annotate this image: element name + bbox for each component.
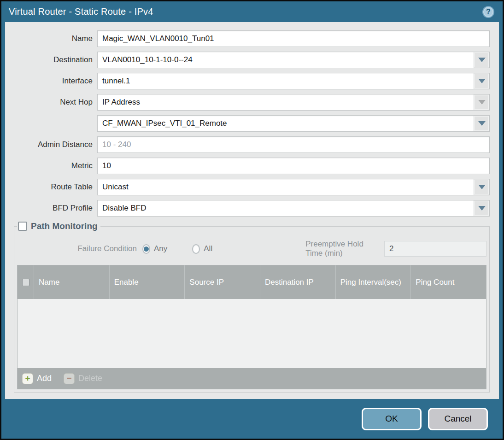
table-header-destination-ip[interactable]: Destination IP	[260, 265, 336, 299]
failure-condition-all-radio[interactable]	[192, 244, 200, 254]
path-monitoring-section: Path Monitoring Failure Condition Any Al…	[14, 221, 490, 393]
delete-button[interactable]: − Delete	[64, 373, 102, 384]
add-icon: +	[22, 373, 33, 384]
delete-button-label: Delete	[78, 374, 102, 383]
destination-field	[97, 52, 490, 68]
dialog-body: Name Destination Interface	[5, 22, 499, 399]
bfd-profile-select[interactable]	[98, 200, 474, 216]
path-monitoring-checkbox[interactable]	[18, 222, 27, 231]
route-table-dropdown-button[interactable]	[474, 179, 489, 195]
help-glyph: ?	[486, 8, 491, 16]
name-field	[97, 30, 490, 47]
next-hop-dropdown-button[interactable]	[474, 94, 489, 110]
interface-field	[97, 73, 490, 89]
table-header-name[interactable]: Name	[34, 265, 110, 299]
destination-input[interactable]	[98, 52, 474, 68]
next-hop-select[interactable]	[98, 94, 474, 110]
failure-condition-row: Failure Condition Any All Preemptive Hol…	[17, 241, 486, 257]
metric-field	[97, 158, 490, 174]
interface-dropdown-button[interactable]	[474, 73, 489, 89]
bfd-profile-label: BFD Profile	[5, 204, 97, 213]
add-button[interactable]: + Add	[22, 373, 52, 384]
bfd-profile-field	[97, 200, 490, 217]
admin-distance-field	[97, 136, 490, 153]
name-input[interactable]	[98, 31, 489, 47]
chevron-down-icon	[478, 121, 486, 126]
field-row-next-hop-address	[5, 115, 490, 132]
failure-condition-any-radio[interactable]	[142, 244, 150, 254]
field-row-interface: Interface	[5, 73, 490, 89]
interface-label: Interface	[5, 76, 97, 86]
radio-dot	[144, 246, 149, 252]
next-hop-label: Next Hop	[5, 98, 97, 107]
table-header-ping-count[interactable]: Ping Count	[411, 265, 486, 299]
interface-input[interactable]	[98, 73, 474, 89]
dialog-title: Virtual Router - Static Route - IPv4	[9, 6, 153, 17]
next-hop-address-dropdown-button[interactable]	[474, 116, 489, 131]
path-monitoring-legend: Path Monitoring	[17, 221, 100, 231]
route-table-field	[97, 179, 490, 195]
field-row-bfd-profile: BFD Profile	[5, 200, 490, 217]
next-hop-address-field	[97, 115, 490, 132]
dialog-footer: OK Cancel	[1, 399, 503, 439]
destination-dropdown-button[interactable]	[474, 52, 489, 68]
table-header-enable[interactable]: Enable	[110, 265, 185, 299]
cancel-button[interactable]: Cancel	[428, 408, 488, 430]
chevron-down-icon	[478, 79, 486, 83]
radio-dot	[193, 246, 199, 252]
field-row-next-hop: Next Hop	[5, 94, 490, 111]
metric-label: Metric	[5, 161, 97, 170]
chevron-down-icon	[478, 185, 486, 189]
plus-glyph: +	[25, 374, 30, 382]
preemptive-hold-time-label: Preemptive Hold Time (min)	[305, 240, 384, 258]
chevron-down-icon	[478, 58, 486, 62]
destination-label: Destination	[5, 55, 97, 65]
path-monitoring-table: Name Enable Source IP Destination IP Pin…	[17, 265, 486, 389]
field-row-name: Name	[5, 30, 490, 47]
field-row-metric: Metric	[5, 158, 490, 174]
delete-icon: −	[64, 373, 75, 384]
failure-condition-any-label[interactable]: Any	[154, 244, 167, 253]
failure-condition-label: Failure Condition	[17, 244, 142, 253]
path-monitoring-title: Path Monitoring	[31, 221, 98, 231]
route-table-label: Route Table	[5, 182, 97, 192]
name-label: Name	[5, 34, 97, 43]
table-header-source-ip[interactable]: Source IP	[185, 265, 260, 299]
chevron-down-icon	[478, 100, 486, 105]
table-header-row: Name Enable Source IP Destination IP Pin…	[18, 265, 486, 299]
minus-glyph: −	[66, 374, 71, 382]
field-row-route-table: Route Table	[5, 179, 490, 195]
static-route-dialog: Virtual Router - Static Route - IPv4 ? N…	[0, 0, 504, 440]
table-header-checkbox-cell	[18, 265, 34, 299]
next-hop-field	[97, 94, 490, 111]
route-table-select[interactable]	[98, 179, 474, 195]
metric-input[interactable]	[98, 158, 489, 174]
ok-button[interactable]: OK	[362, 408, 422, 430]
failure-condition-all-label[interactable]: All	[204, 244, 212, 253]
bfd-profile-dropdown-button[interactable]	[474, 200, 489, 216]
next-hop-address-input[interactable]	[98, 116, 474, 131]
titlebar: Virtual Router - Static Route - IPv4 ?	[1, 1, 503, 22]
table-header-ping-interval[interactable]: Ping Interval(sec)	[336, 265, 411, 299]
admin-distance-label: Admin Distance	[5, 140, 97, 149]
chevron-down-icon	[478, 206, 486, 211]
admin-distance-input[interactable]	[98, 137, 489, 153]
table-body-empty	[18, 299, 486, 368]
field-row-destination: Destination	[5, 52, 490, 68]
table-action-bar: + Add − Delete	[18, 368, 486, 389]
select-all-checkbox[interactable]	[22, 279, 29, 286]
help-icon[interactable]: ?	[482, 6, 494, 18]
add-button-label: Add	[37, 374, 52, 383]
preemptive-hold-time-input[interactable]	[384, 241, 486, 257]
field-row-admin-distance: Admin Distance	[5, 136, 490, 153]
